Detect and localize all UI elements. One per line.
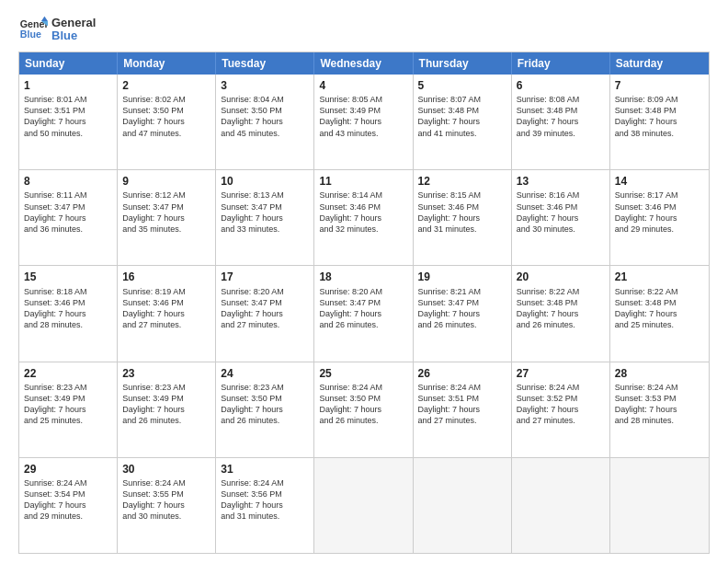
cell-info-line: Sunset: 3:47 PM (319, 297, 407, 308)
header-cell-friday: Friday (512, 52, 610, 75)
day-number: 24 (221, 366, 309, 381)
cal-cell: 21Sunrise: 8:22 AMSunset: 3:48 PMDayligh… (610, 266, 709, 361)
cell-info-line: and 27 minutes. (517, 415, 605, 426)
day-number: 6 (517, 78, 605, 93)
cell-info-line: Sunrise: 8:22 AM (517, 286, 605, 297)
week-row-4: 22Sunrise: 8:23 AMSunset: 3:49 PMDayligh… (19, 362, 709, 458)
cal-cell: 23Sunrise: 8:23 AMSunset: 3:49 PMDayligh… (118, 362, 216, 457)
day-number: 1 (24, 78, 112, 93)
cal-cell: 4Sunrise: 8:05 AMSunset: 3:49 PMDaylight… (314, 75, 413, 169)
cell-info-line: and 31 minutes. (221, 511, 309, 522)
cell-info-line: and 31 minutes. (418, 224, 506, 235)
cal-cell: 7Sunrise: 8:09 AMSunset: 3:48 PMDaylight… (610, 75, 709, 169)
day-number: 20 (517, 270, 605, 284)
day-number: 5 (418, 78, 506, 93)
cell-info-line: and 26 minutes. (517, 319, 605, 330)
cell-info-line: and 33 minutes. (221, 224, 309, 235)
cell-info-line: Sunrise: 8:18 AM (24, 286, 112, 297)
cell-info-line: Sunrise: 8:24 AM (615, 382, 704, 393)
cal-cell: 6Sunrise: 8:08 AMSunset: 3:48 PMDaylight… (512, 75, 610, 169)
cell-info-line: and 25 minutes. (615, 319, 704, 330)
cell-info-line: Daylight: 7 hours (24, 213, 112, 224)
cell-info-line: Sunset: 3:46 PM (615, 201, 704, 213)
cell-info-line: Sunrise: 8:07 AM (418, 94, 506, 105)
logo-blue: Blue (51, 29, 96, 42)
cell-info-line: Sunset: 3:47 PM (221, 297, 309, 308)
cell-info-line: and 26 minutes. (319, 415, 407, 426)
cal-cell: 17Sunrise: 8:20 AMSunset: 3:47 PMDayligh… (216, 266, 314, 361)
day-number: 16 (122, 270, 210, 284)
week-row-5: 29Sunrise: 8:24 AMSunset: 3:54 PMDayligh… (19, 458, 709, 553)
cal-cell: 2Sunrise: 8:02 AMSunset: 3:50 PMDaylight… (118, 75, 216, 169)
day-number: 28 (615, 366, 704, 381)
cell-info-line: Sunrise: 8:09 AM (615, 94, 704, 105)
cal-cell: 3Sunrise: 8:04 AMSunset: 3:50 PMDaylight… (216, 75, 314, 169)
cell-info-line: Daylight: 7 hours (122, 308, 210, 319)
day-number: 19 (418, 270, 506, 284)
cell-info-line: and 26 minutes. (122, 415, 210, 426)
logo-icon: General Blue (18, 15, 48, 44)
cal-cell: 1Sunrise: 8:01 AMSunset: 3:51 PMDaylight… (19, 75, 118, 169)
header-cell-saturday: Saturday (610, 52, 709, 75)
cell-info-line: Sunset: 3:56 PM (221, 488, 309, 500)
cell-info-line: and 50 minutes. (24, 128, 112, 139)
cal-cell: 22Sunrise: 8:23 AMSunset: 3:49 PMDayligh… (19, 362, 118, 457)
day-number: 17 (221, 270, 309, 284)
cal-cell: 14Sunrise: 8:17 AMSunset: 3:46 PMDayligh… (610, 170, 709, 265)
week-row-2: 8Sunrise: 8:11 AMSunset: 3:47 PMDaylight… (19, 170, 709, 266)
cal-cell (512, 458, 610, 553)
cell-info-line: Sunrise: 8:05 AM (319, 94, 407, 105)
cell-info-line: Sunrise: 8:04 AM (221, 94, 309, 105)
cal-cell: 30Sunrise: 8:24 AMSunset: 3:55 PMDayligh… (118, 458, 216, 553)
day-number: 25 (319, 366, 407, 381)
cell-info-line: Sunset: 3:48 PM (615, 105, 704, 116)
cell-info-line: and 43 minutes. (319, 128, 407, 139)
cal-cell: 26Sunrise: 8:24 AMSunset: 3:51 PMDayligh… (414, 362, 512, 457)
cell-info-line: Sunset: 3:47 PM (122, 201, 210, 213)
header: General Blue General Blue (18, 15, 710, 44)
cell-info-line: Daylight: 7 hours (24, 308, 112, 319)
cell-info-line: Sunset: 3:47 PM (221, 201, 309, 213)
cell-info-line: Sunrise: 8:24 AM (418, 382, 506, 393)
cell-info-line: Sunrise: 8:21 AM (418, 286, 506, 297)
cell-info-line: Daylight: 7 hours (221, 308, 309, 319)
cell-info-line: Sunrise: 8:22 AM (615, 286, 704, 297)
day-number: 30 (122, 462, 210, 477)
cal-cell (314, 458, 413, 553)
cell-info-line: Daylight: 7 hours (221, 116, 309, 127)
cell-info-line: and 45 minutes. (221, 128, 309, 139)
cell-info-line: Sunrise: 8:23 AM (122, 382, 210, 393)
cell-info-line: Daylight: 7 hours (319, 213, 407, 224)
cell-info-line: and 30 minutes. (122, 511, 210, 522)
cell-info-line: Daylight: 7 hours (418, 308, 506, 319)
cal-cell (610, 458, 709, 553)
cal-cell: 18Sunrise: 8:20 AMSunset: 3:47 PMDayligh… (314, 266, 413, 361)
day-number: 9 (122, 174, 210, 189)
header-cell-sunday: Sunday (19, 52, 118, 75)
cal-cell: 11Sunrise: 8:14 AMSunset: 3:46 PMDayligh… (314, 170, 413, 265)
cell-info-line: Sunrise: 8:23 AM (24, 382, 112, 393)
cell-info-line: Sunrise: 8:01 AM (24, 94, 112, 105)
week-row-1: 1Sunrise: 8:01 AMSunset: 3:51 PMDaylight… (19, 75, 709, 170)
cell-info-line: Sunset: 3:50 PM (122, 105, 210, 116)
cell-info-line: Sunset: 3:46 PM (319, 201, 407, 213)
cal-cell: 24Sunrise: 8:23 AMSunset: 3:50 PMDayligh… (216, 362, 314, 457)
day-number: 29 (24, 462, 112, 477)
cell-info-line: Daylight: 7 hours (221, 404, 309, 415)
header-cell-tuesday: Tuesday (216, 52, 314, 75)
cell-info-line: and 27 minutes. (221, 319, 309, 330)
cell-info-line: Sunrise: 8:14 AM (319, 190, 407, 201)
day-number: 14 (615, 174, 704, 189)
cell-info-line: and 25 minutes. (24, 415, 112, 426)
cell-info-line: Sunrise: 8:19 AM (122, 286, 210, 297)
cell-info-line: and 38 minutes. (615, 128, 704, 139)
cell-info-line: and 28 minutes. (615, 415, 704, 426)
cell-info-line: Sunrise: 8:08 AM (517, 94, 605, 105)
cell-info-line: Sunrise: 8:24 AM (319, 382, 407, 393)
cell-info-line: Sunrise: 8:13 AM (221, 190, 309, 201)
logo: General Blue General Blue (18, 15, 96, 44)
cell-info-line: Sunrise: 8:02 AM (122, 94, 210, 105)
cell-info-line: Sunset: 3:48 PM (517, 105, 605, 116)
calendar-body: 1Sunrise: 8:01 AMSunset: 3:51 PMDaylight… (19, 75, 709, 553)
cal-cell: 31Sunrise: 8:24 AMSunset: 3:56 PMDayligh… (216, 458, 314, 553)
